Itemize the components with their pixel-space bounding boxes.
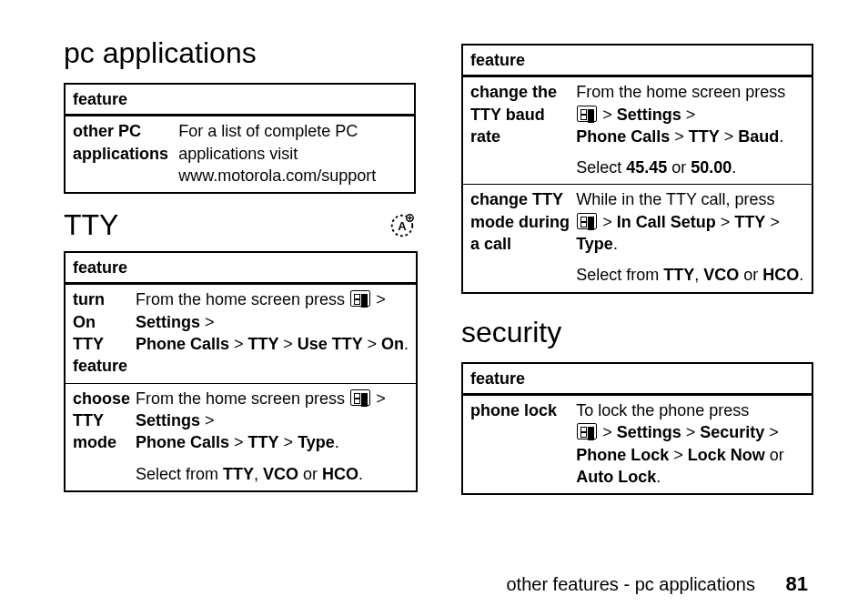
desc-text: or — [667, 158, 691, 177]
menu-icon — [577, 423, 597, 439]
option: HCO — [762, 266, 799, 284]
option: VCO — [703, 266, 739, 284]
table-pc-applications: feature other PC applications For a list… — [64, 83, 416, 194]
row-desc: From the home screen press > Settings > … — [134, 284, 417, 383]
heading-tty: TTY — [64, 208, 118, 242]
desc-text: From the home screen press — [136, 389, 349, 408]
path-part: Use TTY — [298, 335, 363, 353]
page-footer: other features - pc applications 81 — [506, 572, 808, 596]
heading-security: security — [461, 316, 813, 349]
table-header: feature — [462, 45, 812, 76]
option: 50.00 — [691, 158, 732, 177]
row-desc-options: Select from TTY, VCO or HCO. — [574, 260, 812, 292]
path-part: Baud — [738, 127, 779, 146]
path-part: Phone Calls — [576, 127, 670, 146]
row-name: change TTY mode during a call — [462, 185, 574, 293]
row-name: change the TTY baud rate — [462, 76, 574, 185]
path-part: TTY — [248, 433, 279, 451]
table-tty: feature turn On TTY feature From the hom… — [64, 251, 418, 492]
path-part: Phone Lock — [576, 446, 669, 464]
table-header: feature — [462, 363, 812, 395]
row-desc: For a list of complete PC applications v… — [177, 116, 415, 193]
row-name: phone lock — [462, 394, 574, 494]
row-desc-options: Select from TTY, VCO or HCO. — [134, 459, 417, 491]
row-desc: From the home screen press > Settings > … — [134, 383, 417, 459]
menu-icon — [577, 213, 597, 229]
heading-pc-applications: pc applications — [64, 36, 416, 70]
page-number: 81 — [786, 572, 808, 595]
row-desc: To lock the phone press > Settings > Sec… — [574, 394, 812, 494]
path-part: Settings — [617, 106, 681, 124]
row-name: turn On TTY feature — [65, 284, 134, 383]
desc-text: Select from — [576, 266, 663, 284]
row-name: other PC applications — [65, 116, 177, 193]
path-part: Phone Calls — [136, 433, 229, 451]
desc-text: . — [656, 468, 661, 486]
desc-text: While in the TTY call, press — [576, 190, 774, 208]
path-part: TTY — [248, 335, 279, 353]
table-header: feature — [65, 84, 415, 116]
desc-text: or — [765, 446, 784, 464]
option: TTY — [223, 465, 254, 483]
path-part: Phone Calls — [136, 335, 229, 353]
option: 45.45 — [626, 158, 667, 177]
footer-text: other features - pc applications — [506, 574, 755, 594]
path-part: Security — [700, 423, 764, 441]
path-part: Settings — [136, 313, 200, 331]
menu-icon — [350, 290, 370, 307]
menu-icon — [577, 106, 597, 122]
path-part: Type — [298, 433, 335, 451]
path-part: On — [381, 335, 404, 353]
path-part: Settings — [136, 411, 200, 429]
menu-icon — [350, 389, 370, 406]
desc-text: Select from — [136, 465, 223, 483]
desc-text: From the home screen press — [576, 83, 785, 101]
tty-accessibility-icon: A — [389, 212, 416, 239]
path-part: TTY — [689, 127, 720, 146]
path-part: Auto Lock — [576, 468, 656, 486]
row-desc: While in the TTY call, press > In Call S… — [574, 185, 812, 260]
path-part: In Call Setup — [617, 213, 716, 231]
desc-text: From the home screen press — [136, 290, 349, 308]
option: VCO — [263, 465, 298, 483]
desc-text: To lock the phone press — [576, 401, 749, 419]
path-part: TTY — [734, 213, 765, 231]
option: HCO — [322, 465, 358, 483]
table-header: feature — [65, 252, 417, 284]
row-name: choose TTY mode — [65, 383, 134, 491]
desc-text: Select — [576, 158, 626, 177]
table-tty-continued: feature change the TTY baud rate From th… — [461, 44, 813, 294]
row-desc-options: Select 45.45 or 50.00. — [574, 153, 812, 185]
table-security: feature phone lock To lock the phone pre… — [461, 362, 813, 495]
path-part: Settings — [617, 423, 681, 441]
path-part: Type — [576, 235, 613, 253]
option: TTY — [663, 266, 694, 284]
row-desc: From the home screen press > Settings > … — [574, 76, 812, 153]
path-part: Lock Now — [688, 446, 765, 464]
svg-text:A: A — [398, 218, 407, 232]
